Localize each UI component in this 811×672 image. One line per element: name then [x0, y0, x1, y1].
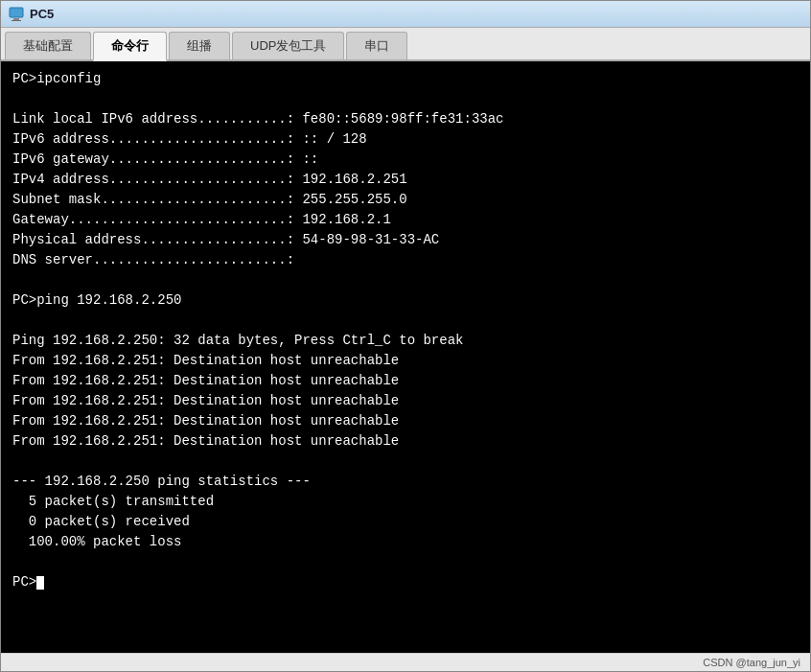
- tab-multicast[interactable]: 组播: [169, 32, 230, 59]
- monitor-icon: [9, 7, 24, 22]
- tab-command-line[interactable]: 命令行: [93, 32, 167, 61]
- title-bar: PC5: [1, 1, 810, 28]
- main-window: PC5 基础配置 命令行 组播 UDP发包工具 串口 PC>ipconfig L…: [0, 0, 811, 672]
- tab-serial[interactable]: 串口: [346, 32, 407, 59]
- tab-basic-config[interactable]: 基础配置: [5, 32, 91, 59]
- svg-rect-0: [10, 8, 23, 17]
- terminal-output: PC>ipconfig Link local IPv6 address.....…: [12, 69, 799, 592]
- tab-udp-tool[interactable]: UDP发包工具: [232, 32, 344, 59]
- window-title: PC5: [30, 7, 54, 21]
- svg-rect-1: [13, 18, 19, 20]
- terminal-area[interactable]: PC>ipconfig Link local IPv6 address.....…: [1, 61, 810, 653]
- watermark: CSDN @tang_jun_yi: [703, 657, 800, 668]
- tab-bar: 基础配置 命令行 组播 UDP发包工具 串口: [1, 28, 810, 61]
- svg-rect-2: [12, 20, 21, 21]
- cursor: [36, 576, 44, 590]
- footer: CSDN @tang_jun_yi: [1, 653, 810, 671]
